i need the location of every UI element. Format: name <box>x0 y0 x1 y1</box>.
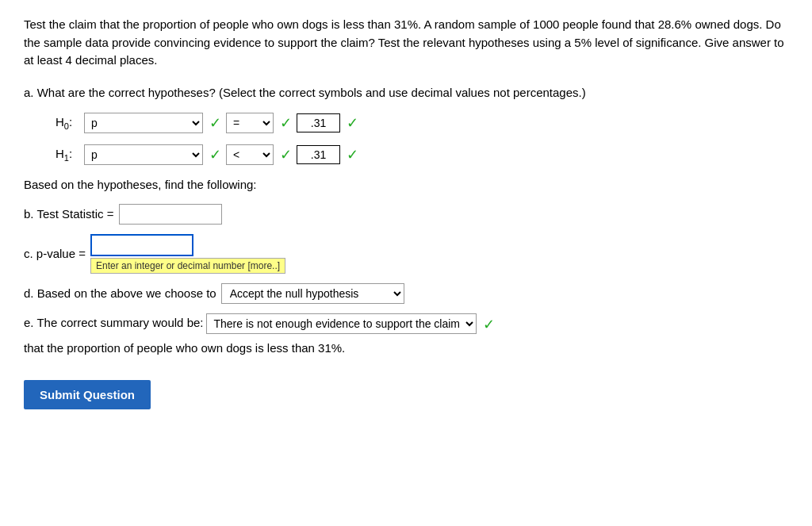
pvalue-input[interactable] <box>90 234 193 256</box>
h1-value-check: ✓ <box>347 146 358 163</box>
summary-check: ✓ <box>483 313 495 336</box>
h0-operator-check: ✓ <box>280 114 292 132</box>
h0-row: H0: p p̂ μ σ ✓ = < > ≤ ≥ ≠ ✓ .31 ✓ <box>56 113 788 133</box>
h0-operator-select[interactable]: = < > ≤ ≥ ≠ <box>226 113 274 133</box>
part-e-row: e. The correct summary would be: There i… <box>24 313 788 359</box>
pvalue-wrapper: Enter an integer or decimal number [more… <box>90 234 285 274</box>
test-statistic-input[interactable] <box>119 204 222 225</box>
h0-var-check: ✓ <box>209 114 221 132</box>
part-b-label: b. Test Statistic = <box>24 207 114 221</box>
h1-var-check: ✓ <box>209 146 221 163</box>
part-d-row: d. Based on the above we choose to Accep… <box>24 283 788 304</box>
h0-value-box: .31 <box>297 113 340 132</box>
h1-operator-select[interactable]: < > = ≤ ≥ ≠ <box>226 144 274 165</box>
null-hypothesis-select[interactable]: Accept the null hypothesis Reject the nu… <box>221 283 404 304</box>
part-e-suffix: that the proportion of people who own do… <box>24 339 345 358</box>
part-a-label: a. What are the correct hypotheses? (Sel… <box>24 84 788 102</box>
h1-row: H1: p p̂ μ σ ✓ < > = ≤ ≥ ≠ ✓ .31 ✓ <box>56 144 788 165</box>
h0-variable-select[interactable]: p p̂ μ σ <box>84 113 203 133</box>
h1-label: H1: <box>56 147 81 163</box>
find-label: Based on the hypotheses, find the follow… <box>24 176 788 194</box>
h1-variable-select[interactable]: p p̂ μ σ <box>84 144 203 165</box>
h0-label: H0: <box>56 115 81 131</box>
h1-value-box: .31 <box>297 145 340 164</box>
part-c-label: c. p-value = <box>24 247 86 260</box>
problem-statement: Test the claim that the proportion of pe… <box>24 17 784 67</box>
h0-value-check: ✓ <box>347 114 358 132</box>
h1-operator-check: ✓ <box>280 146 292 163</box>
part-c-row: c. p-value = Enter an integer or decimal… <box>24 234 788 274</box>
part-b-row: b. Test Statistic = <box>24 204 788 225</box>
submit-button[interactable]: Submit Question <box>24 380 151 409</box>
part-d-label: d. Based on the above we choose to <box>24 286 216 300</box>
part-e-prefix: e. The correct summary would be: <box>24 313 203 332</box>
summary-select[interactable]: There is not enough evidence to support … <box>206 313 477 334</box>
problem-text: Test the claim that the proportion of pe… <box>24 16 788 70</box>
part-c-section: c. p-value = Enter an integer or decimal… <box>24 234 788 274</box>
pvalue-tooltip: Enter an integer or decimal number [more… <box>90 258 285 274</box>
